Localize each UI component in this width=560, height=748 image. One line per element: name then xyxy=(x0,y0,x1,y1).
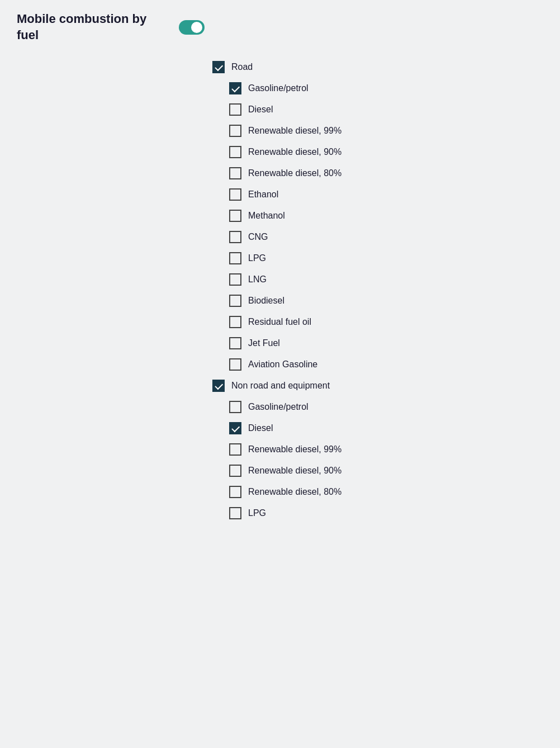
page-title: Mobile combustion by fuel xyxy=(17,11,168,43)
toggle-switch[interactable] xyxy=(179,20,205,35)
checkbox-label: Methanol xyxy=(248,211,285,221)
checkbox-label: Renewable diesel, 90% xyxy=(248,466,341,476)
checkbox-item[interactable]: Renewable diesel, 80% xyxy=(229,163,543,184)
checkbox-label: Diesel xyxy=(248,423,273,433)
checkbox-item[interactable]: LPG xyxy=(229,248,543,269)
checkbox-label: Non road and equipment xyxy=(231,381,330,391)
toggle-slider xyxy=(179,20,205,35)
checkbox-label: LPG xyxy=(248,253,266,263)
checkbox-item[interactable]: Non road and equipment xyxy=(212,375,543,396)
checkbox-box[interactable] xyxy=(229,443,241,456)
checkbox-box[interactable] xyxy=(229,401,241,413)
checkbox-item[interactable]: Road xyxy=(212,56,543,78)
checkbox-item[interactable]: Residual fuel oil xyxy=(229,311,543,333)
checkbox-box[interactable] xyxy=(229,295,241,307)
checkbox-label: Diesel xyxy=(248,105,273,115)
checkbox-label: Residual fuel oil xyxy=(248,317,311,327)
checkbox-label: Aviation Gasoline xyxy=(248,359,317,370)
checkbox-box[interactable] xyxy=(229,273,241,286)
checkbox-label: Renewable diesel, 80% xyxy=(248,168,341,178)
checkbox-box[interactable] xyxy=(229,465,241,477)
checkbox-box[interactable] xyxy=(229,252,241,264)
checkbox-item[interactable]: LPG xyxy=(229,503,543,524)
checkbox-label: Road xyxy=(231,62,253,72)
checkbox-box[interactable] xyxy=(229,231,241,243)
checkbox-label: LPG xyxy=(248,508,266,518)
checkbox-box[interactable] xyxy=(229,337,241,349)
checkbox-box[interactable] xyxy=(229,103,241,116)
checkbox-label: Renewable diesel, 80% xyxy=(248,487,341,497)
checkbox-item[interactable]: Renewable diesel, 90% xyxy=(229,460,543,481)
checkbox-label: LNG xyxy=(248,274,267,285)
checkbox-item[interactable]: Methanol xyxy=(229,205,543,226)
checkbox-box[interactable] xyxy=(229,125,241,137)
checkbox-box[interactable] xyxy=(212,380,225,392)
checkbox-box[interactable] xyxy=(229,82,241,94)
checkbox-item[interactable]: Ethanol xyxy=(229,184,543,205)
checkbox-item[interactable]: Renewable diesel, 80% xyxy=(229,481,543,503)
checkbox-item[interactable]: Aviation Gasoline xyxy=(229,354,543,375)
checkbox-box[interactable] xyxy=(229,316,241,328)
checkbox-item[interactable]: Diesel xyxy=(229,418,543,439)
checkbox-item[interactable]: LNG xyxy=(229,269,543,290)
checkbox-box[interactable] xyxy=(229,188,241,201)
checkbox-box[interactable] xyxy=(212,61,225,73)
header-row: Mobile combustion by fuel xyxy=(17,11,543,43)
checkbox-box[interactable] xyxy=(229,507,241,519)
checkbox-label: Gasoline/petrol xyxy=(248,402,309,412)
checkbox-box[interactable] xyxy=(229,167,241,179)
checkbox-label: Renewable diesel, 99% xyxy=(248,444,341,455)
checkbox-label: Biodiesel xyxy=(248,296,284,306)
checkbox-label: Renewable diesel, 99% xyxy=(248,126,341,136)
checkbox-item[interactable]: Gasoline/petrol xyxy=(229,78,543,99)
checkbox-box[interactable] xyxy=(229,486,241,498)
checkbox-item[interactable]: Diesel xyxy=(229,99,543,120)
checkbox-box[interactable] xyxy=(229,210,241,222)
checkbox-label: Ethanol xyxy=(248,190,278,200)
checkbox-item[interactable]: Renewable diesel, 99% xyxy=(229,439,543,460)
checkbox-item[interactable]: Biodiesel xyxy=(229,290,543,311)
checkbox-label: Gasoline/petrol xyxy=(248,83,309,93)
checkbox-box[interactable] xyxy=(229,146,241,158)
checkbox-label: Jet Fuel xyxy=(248,338,280,348)
checkbox-box[interactable] xyxy=(229,358,241,371)
checkbox-item[interactable]: CNG xyxy=(229,226,543,248)
checkbox-box[interactable] xyxy=(229,422,241,434)
checkbox-item[interactable]: Renewable diesel, 99% xyxy=(229,120,543,141)
checkbox-label: Renewable diesel, 90% xyxy=(248,147,341,157)
checkbox-item[interactable]: Renewable diesel, 90% xyxy=(229,141,543,163)
checkbox-item[interactable]: Gasoline/petrol xyxy=(229,396,543,418)
checklist-container: RoadGasoline/petrolDieselRenewable diese… xyxy=(212,56,543,524)
checkbox-label: CNG xyxy=(248,232,268,242)
checkbox-item[interactable]: Jet Fuel xyxy=(229,333,543,354)
